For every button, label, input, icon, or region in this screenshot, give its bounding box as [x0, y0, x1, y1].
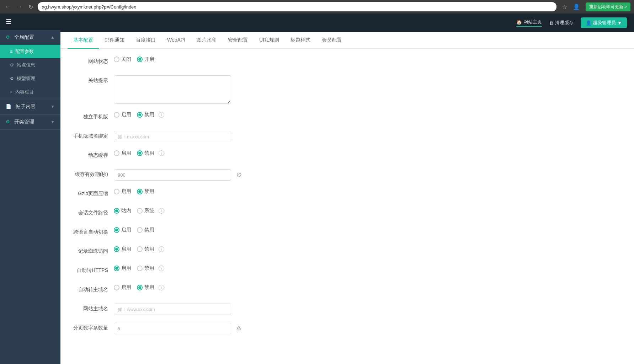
radio-cache-disable[interactable]: 禁用 [137, 150, 154, 156]
back-button[interactable]: ← [4, 2, 12, 11]
form-row-dynamic-cache: 动态缓存 启用 禁用 [71, 150, 623, 161]
input-cache-expire[interactable] [114, 169, 231, 181]
tab-member-config[interactable]: 会员配置 [316, 32, 347, 48]
sidebar-section-header-post[interactable]: 📄 帖子内容 ▼ [0, 99, 60, 114]
gear-icon-2: ⚙ [10, 63, 14, 68]
sidebar-section-header-lottery[interactable]: ⚙ 开奖管理 ▼ [0, 114, 60, 129]
form-row-mobile-version: 独立手机版 启用 禁用 [71, 112, 623, 123]
refresh-button[interactable]: 重新启动即可更新 > [586, 2, 630, 11]
radio-site-status-close[interactable]: 关闭 [114, 56, 131, 63]
suffix-cache-expire: 秒 [237, 172, 241, 178]
form-row-cross-lang: 跨语言自动切换 启用 禁用 [71, 227, 623, 238]
tab-title-style[interactable]: 标题样式 [285, 32, 316, 48]
radio-group-site-status: 关闭 开启 [114, 56, 154, 63]
radio-session-system[interactable]: 系统 [137, 208, 154, 214]
chevron-down-icon: ▼ [50, 104, 55, 109]
sidebar-toggle[interactable]: ☰ [0, 14, 60, 30]
info-icon-cache[interactable]: i [159, 150, 164, 156]
form-row-site-domain: 网站主域名 [71, 304, 623, 315]
tab-basic[interactable]: 基本配置 [68, 32, 99, 49]
radio-gzip-disable[interactable]: 禁用 [137, 188, 154, 195]
radio-https-disable[interactable]: 禁用 [137, 265, 154, 272]
sidebar-item-model-manage[interactable]: ⚙ 模型管理 [0, 72, 60, 85]
control-site-domain [114, 304, 623, 315]
input-site-domain[interactable] [114, 304, 231, 315]
input-mobile-domain[interactable] [114, 131, 231, 142]
radio-group-gzip: 启用 禁用 [114, 188, 154, 195]
label-page-size: 分页数字条数量 [71, 323, 114, 331]
radio-inner-domain-disable [138, 286, 141, 289]
radio-inner-cache-disable [138, 152, 141, 155]
tab-baidu[interactable]: 百度接口 [130, 32, 161, 48]
radio-outer-domain-enable [114, 285, 119, 290]
sidebar-section-label-post: 帖子内容 [16, 103, 36, 109]
radio-domain-enable[interactable]: 启用 [114, 284, 131, 291]
label-mobile-domain: 手机版域名绑定 [71, 131, 114, 139]
sidebar-section-header-global[interactable]: ⚙ 全局配置 ▲ [0, 30, 60, 45]
radio-cross-disable[interactable]: 禁用 [137, 227, 154, 233]
topbar-home-link[interactable]: 🏠 网站主页 [516, 19, 542, 27]
label-cross-lang: 跨语言自动切换 [71, 227, 114, 235]
label-auto-https: 自动转HTTPS [71, 265, 114, 274]
bookmark-icon[interactable]: ☆ [562, 4, 567, 10]
sidebar-item-site-info[interactable]: ⚙ 站点信息 [0, 58, 60, 72]
tab-security[interactable]: 安全配置 [222, 32, 254, 48]
info-icon-domain[interactable]: i [159, 285, 164, 290]
sidebar-item-config-params[interactable]: ≡ 配置参数 [0, 45, 60, 58]
form-row-cache-expire: 缓存有效期(秒) 秒 [71, 169, 623, 181]
chevron-up-icon: ▲ [50, 35, 55, 40]
label-site-domain: 网站主域名 [71, 304, 114, 312]
tab-mail[interactable]: 邮件通知 [99, 32, 130, 48]
content-area: 基本配置 邮件通知 百度接口 WebAPI 图片水印 安全配置 [60, 32, 634, 364]
radio-label-domain-enable: 启用 [121, 284, 131, 291]
form-row-auto-domain: 自动转主域名 启用 禁用 [71, 284, 623, 296]
user-icon[interactable]: 👤 [573, 4, 580, 10]
radio-mobile-enable[interactable]: 启用 [114, 112, 131, 118]
info-icon-spider[interactable]: i [159, 246, 164, 252]
radio-label-gzip-enable: 启用 [121, 188, 131, 195]
tab-watermark[interactable]: 图片水印 [191, 32, 222, 48]
radio-inner-mobile-disable [138, 113, 141, 116]
radio-spider-disable[interactable]: 禁用 [137, 246, 154, 252]
url-text: xg.hwym.shop/yxymknet.php?p=/Config/inde… [42, 4, 136, 10]
gear-icon-3: ⚙ [10, 76, 14, 81]
sidebar-item-label-config-params: 配置参数 [15, 48, 34, 55]
form-area: 网站状态 关闭 开启 [60, 49, 634, 364]
topbar-admin-dropdown[interactable]: 👤 超级管理员 ▼ [581, 17, 627, 28]
topbar-clear-cache-link[interactable]: 🗑 清理缓存 [549, 20, 574, 26]
url-bar[interactable]: xg.hwym.shop/yxymknet.php?p=/Config/inde… [38, 2, 556, 11]
control-cross-lang: 启用 禁用 [114, 227, 623, 233]
textarea-close-notice[interactable] [114, 75, 231, 104]
tab-webapi[interactable]: WebAPI [161, 32, 191, 48]
radio-mobile-disable[interactable]: 禁用 [137, 112, 154, 118]
radio-domain-disable[interactable]: 禁用 [137, 284, 154, 291]
label-dynamic-cache: 动态缓存 [71, 150, 114, 159]
radio-cross-enable[interactable]: 启用 [114, 227, 131, 233]
radio-cache-enable[interactable]: 启用 [114, 150, 131, 156]
tab-url-rules[interactable]: URL规则 [254, 32, 285, 48]
radio-outer-close [114, 57, 119, 62]
radio-outer-mobile-enable [114, 112, 119, 118]
radio-gzip-enable[interactable]: 启用 [114, 188, 131, 195]
info-icon-https[interactable]: i [159, 266, 164, 271]
label-close-notice: 关站提示 [71, 75, 114, 84]
label-session-path: 会话文件路径 [71, 208, 114, 216]
sidebar-item-content-nav[interactable]: ≡ 内容栏目 [0, 85, 60, 99]
radio-outer-https-enable [114, 266, 119, 271]
sidebar-section-global: ⚙ 全局配置 ▲ ≡ 配置参数 ⚙ 站点信息 ⚙ 模型管理 ≡ 内容栏目 [0, 30, 60, 99]
reload-button[interactable]: ↻ [26, 2, 35, 11]
radio-label-mobile-enable: 启用 [121, 112, 131, 118]
input-page-size[interactable] [114, 323, 231, 334]
radio-session-site[interactable]: 站内 [114, 208, 131, 214]
radio-spider-enable[interactable]: 启用 [114, 246, 131, 252]
radio-site-status-open[interactable]: 开启 [137, 56, 154, 63]
radio-outer-spider-enable [114, 246, 119, 252]
suffix-page-size: 条 [237, 325, 241, 332]
radio-inner-cross-enable [115, 229, 118, 231]
radio-group-cross-lang: 启用 禁用 [114, 227, 154, 233]
forward-button[interactable]: → [15, 2, 23, 11]
info-icon-session[interactable]: i [159, 208, 164, 214]
radio-https-enable[interactable]: 启用 [114, 265, 131, 272]
info-icon-mobile[interactable]: i [159, 112, 164, 118]
home-icon: 🏠 [516, 20, 522, 25]
